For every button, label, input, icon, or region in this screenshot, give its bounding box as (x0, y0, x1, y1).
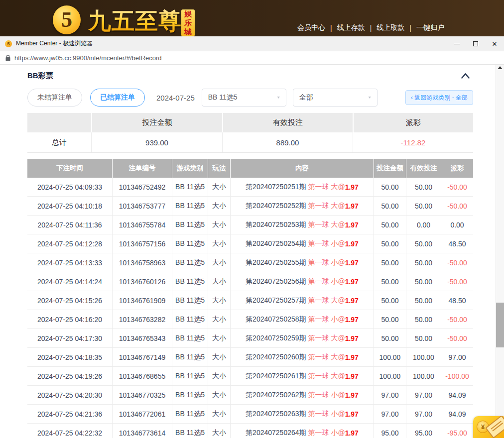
nav-member-center[interactable]: 会员中心 (297, 23, 325, 32)
banknote-icon (485, 416, 504, 438)
bet-content: 第202407250262期第一球 小@1.97 (230, 386, 374, 405)
nav-online-deposit[interactable]: 线上存款 (337, 23, 365, 32)
game-type: BB 11选5 (172, 424, 208, 438)
bet-content: 第202407250257期第一球 大@1.97 (230, 291, 374, 310)
back-to-game-category-button[interactable]: ‹ 返回游戏类别 - 全部 (405, 90, 473, 105)
section-header: BB彩票 (27, 65, 473, 81)
date-filter[interactable]: 2024-07-25 (156, 94, 195, 102)
valid-bet: 50.00 (406, 178, 441, 197)
bet-time: 2024-07-25 04:11:36 (27, 216, 112, 234)
bet-amount: 97.00 (374, 405, 406, 424)
pick-text: 第一球 大@ (308, 220, 345, 229)
bet-content: 第202407250258期第一球 小@1.97 (230, 310, 374, 329)
period-text: 第202407250258期 (246, 315, 306, 324)
bet-time: 2024-07-25 04:14:24 (27, 272, 112, 291)
game-type: BB 11选5 (172, 216, 208, 234)
badge-char: 娱 (181, 9, 195, 18)
table-row: 2024-07-25 04:21:36 101346772061 BB 11选5… (27, 405, 473, 424)
floating-deposit-button[interactable]: ¥ (473, 416, 504, 438)
bet-id: 101346755784 (112, 216, 172, 234)
game-type: BB 11选5 (172, 234, 208, 253)
odds-value: 1.97 (345, 297, 359, 305)
bet-time: 2024-07-25 04:09:33 (27, 178, 112, 197)
col-bet-time: 下注时间 (27, 159, 112, 178)
filter-bar: 未结算注单 已结算注单 2024-07-25 BB 11选5 ▼ 全部 ▼ ‹ … (27, 89, 473, 107)
nav-separator: | (370, 24, 372, 32)
odds-value: 1.97 (345, 259, 359, 267)
table-row: 2024-07-25 04:12:28 101346757156 BB 11选5… (27, 234, 473, 253)
odds-value: 1.97 (345, 334, 359, 342)
col-play-type: 玩法 (208, 159, 230, 178)
table-row: 2024-07-25 04:22:32 101346773614 BB 11选5… (27, 424, 473, 438)
maximize-icon (473, 41, 478, 46)
game-type: BB 11选5 (172, 348, 208, 367)
col-valid-bet: 有效投注 (406, 159, 441, 178)
summary-col-bet-amount: 投注金额 (91, 113, 222, 132)
pick-text: 第一球 大@ (308, 183, 345, 192)
payout: -50.00 (441, 253, 473, 272)
col-bet-amount: 投注金额 (374, 159, 406, 178)
game-type: BB 11选5 (172, 329, 208, 348)
col-payout: 派彩 (441, 159, 473, 178)
odds-value: 1.97 (345, 278, 359, 286)
valid-bet: 97.00 (406, 405, 441, 424)
nav-online-withdraw[interactable]: 线上取款 (377, 23, 404, 32)
bet-amount: 50.00 (374, 291, 406, 310)
pick-text: 第一球 小@ (308, 239, 345, 248)
odds-value: 1.97 (345, 391, 359, 399)
collapse-chevron-up-icon[interactable] (461, 73, 470, 79)
scrollbar[interactable] (496, 65, 504, 438)
valid-bet: 50.00 (406, 310, 441, 329)
settled-bets-button[interactable]: 已结算注单 (90, 89, 145, 107)
period-text: 第202407250255期 (246, 258, 306, 267)
bet-table-body: 2024-07-25 04:09:33 101346752492 BB 11选5… (27, 178, 473, 438)
game-type: BB 11选5 (172, 367, 208, 386)
col-content: 内容 (230, 159, 374, 178)
nav-one-key-transfer[interactable]: 一键归户 (416, 23, 444, 32)
url-bar[interactable]: https://www.jw05.cc:9900/infe/mcenter/#/… (0, 51, 504, 65)
payout: -50.00 (441, 310, 473, 329)
chevron-down-icon: ▼ (276, 96, 281, 100)
unsettled-bets-button[interactable]: 未结算注单 (27, 89, 82, 107)
game-type: BB 11选5 (172, 405, 208, 424)
odds-value: 1.97 (345, 372, 359, 380)
bet-content: 第202407250253期第一球 大@1.97 (230, 216, 374, 234)
table-row: 2024-07-25 04:20:30 101346770325 BB 11选5… (27, 386, 473, 405)
bet-amount: 50.00 (374, 234, 406, 253)
bet-amount: 50.00 (374, 310, 406, 329)
badge-char: 城 (181, 27, 195, 36)
bet-amount: 50.00 (374, 197, 406, 216)
bet-content: 第202407250260期第一球 大@1.97 (230, 348, 374, 367)
maximize-button[interactable] (466, 36, 485, 51)
scroll-up-arrow-icon[interactable] (498, 66, 503, 69)
bet-content: 第202407250255期第一球 小@1.97 (230, 253, 374, 272)
scope-select[interactable]: 全部 ▼ (293, 89, 378, 107)
game-select[interactable]: BB 11选5 ▼ (202, 89, 286, 107)
odds-value: 1.97 (345, 353, 359, 361)
brand-title: 九五至尊 (88, 6, 182, 37)
table-row: 2024-07-25 04:15:26 101346761909 BB 11选5… (27, 291, 473, 310)
summary-total-label: 总计 (27, 132, 91, 152)
valid-bet: 50.00 (406, 197, 441, 216)
scrollbar-thumb[interactable] (496, 303, 504, 347)
page-content: BB彩票 未结算注单 已结算注单 2024-07-25 BB 11选5 ▼ 全部… (0, 65, 504, 438)
play-type: 大小 (208, 424, 230, 438)
table-row: 2024-07-25 04:11:36 101346755784 BB 11选5… (27, 216, 473, 234)
bet-content: 第202407250264期第一球 小@1.97 (230, 424, 374, 438)
odds-value: 1.97 (345, 183, 359, 191)
pick-text: 第一球 小@ (308, 410, 345, 419)
bet-id: 101346763282 (112, 310, 172, 329)
bet-time: 2024-07-25 04:17:30 (27, 329, 112, 348)
game-type: BB 11选5 (172, 386, 208, 405)
summary-valid-bet: 889.00 (222, 132, 353, 152)
summary-total-row: 总计 939.00 889.00 -112.82 (27, 132, 473, 152)
table-row: 2024-07-25 04:09:33 101346752492 BB 11选5… (27, 178, 473, 197)
close-button[interactable]: ✕ (485, 36, 504, 51)
bet-content: 第202407250259期第一球 大@1.97 (230, 329, 374, 348)
bet-table-header: 下注时间 注单编号 游戏类别 玩法 内容 投注金额 有效投注 派彩 (27, 159, 473, 178)
pick-text: 第一球 小@ (308, 429, 345, 438)
minimize-button[interactable] (447, 36, 466, 51)
play-type: 大小 (208, 367, 230, 386)
bet-content: 第202407250263期第一球 小@1.97 (230, 405, 374, 424)
table-row: 2024-07-25 04:10:18 101346753777 BB 11选5… (27, 197, 473, 216)
